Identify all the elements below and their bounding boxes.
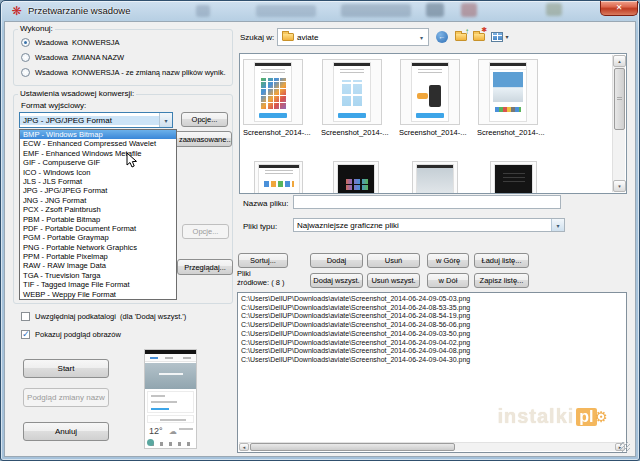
thumbnail[interactable] [490,161,537,194]
load-list-button[interactable]: Ładuj listę... [474,253,529,268]
scroll-up-icon[interactable]: ▴ [613,55,626,67]
file-path[interactable]: C:\Users\DellUP\Downloads\aviate\Screens… [238,321,626,330]
title-bar[interactable]: ❋ Przetwarzanie wsadowe [1,1,639,22]
format-option[interactable]: BMP - Windows Bitmap [20,130,176,139]
add-all-button[interactable]: Dodaj wszyst. [310,273,363,288]
format-option[interactable]: TIF - Tagged Image File Format [20,280,176,289]
thumbnail[interactable] [412,161,458,194]
file-path[interactable]: C:\Users\DellUP\Downloads\aviate\Screens… [238,356,626,365]
desktop-blob [196,5,210,17]
checkbox-label: Uwzględniaj podkatalogi (dla 'Dodaj wszy… [35,312,186,321]
browser-vertical-scrollbar[interactable]: ▴ ▾ [612,55,625,192]
checkbox-label: Pokazuj podgląd obrazów [35,330,121,339]
format-option[interactable]: PDF - Portable Document Format [20,224,176,233]
file-path[interactable]: C:\Users\DellUP\Downloads\aviate\Screens… [238,304,626,313]
source-file-list: C:\Users\DellUP\Downloads\aviate\Screens… [237,292,627,453]
thumbnail[interactable] [322,59,382,125]
radio-label: Wsadowa KONWERSJA [35,38,120,47]
format-option[interactable]: TGA - Truevision Targa [20,271,176,280]
scroll-down-icon[interactable]: ▾ [613,180,626,192]
look-in-label: Szukaj w: [240,33,274,42]
format-option[interactable]: EMF - Enhanced Windows Metafile [20,149,176,158]
format-option[interactable]: GIF - Compuserve GIF [20,158,176,167]
format-option[interactable]: ICO - Windows Icon [20,168,176,177]
thumbnail[interactable] [243,59,303,125]
watermark: instalki pl ⚙ [497,405,608,428]
watermark-text: instalki [497,405,574,428]
format-option[interactable]: PPM - Portable Pixelmap [20,252,176,261]
format-option[interactable]: PGM - Portable Graymap [20,233,176,242]
radio-option[interactable]: Wsadowa ZMIANA NAZW [21,53,124,62]
scroll-left-icon[interactable]: ◂ [239,443,249,451]
image-preview: 12° ☁ [144,349,197,449]
save-list-button[interactable]: Zapisz listę... [474,273,529,288]
thumb-image [416,164,454,194]
format-option[interactable]: PBM - Portable Bitmap [20,215,176,224]
up-one-level-icon[interactable]: ↑ [453,29,469,44]
thumbnail[interactable] [333,161,379,194]
rename-options-button[interactable]: Opcje... [182,224,229,239]
cancel-button[interactable]: Anuluj [23,422,109,441]
start-button[interactable]: Start [23,359,109,378]
format-option[interactable]: WEBP - Weppy File Format [20,290,176,299]
thumbnail[interactable] [400,59,460,125]
radio-icon [21,68,30,77]
folder-icon [282,33,294,41]
format-options-button[interactable]: Opcje... [181,112,228,127]
sort-button[interactable]: Sortuj... [238,253,288,268]
new-folder-icon[interactable]: ✱ [471,29,487,44]
back-icon[interactable]: ← [434,29,450,44]
look-in-combobox[interactable]: aviate ▾ [277,28,429,46]
chevron-down-icon[interactable]: ▾ [159,113,172,127]
file-name-input[interactable] [293,195,561,209]
thumbnail[interactable] [478,59,538,125]
look-in-value: aviate [294,33,415,42]
file-path[interactable]: C:\Users\DellUP\Downloads\aviate\Screens… [238,330,626,339]
remove-all-button[interactable]: Usuń wszyst. [367,273,420,288]
resize-grip[interactable] [620,442,630,452]
radio-label: Wsadowa KONWERSJA - ze zmianą nazw plikó… [35,68,225,77]
checkbox-option[interactable]: Pokazuj podgląd obrazów [21,330,121,339]
thumbnail-label: Screenshot_2014-... [321,128,389,137]
window-title: Przetwarzanie wsadowe [28,5,130,16]
scrollbar-thumb[interactable] [614,68,625,130]
mouse-cursor [126,152,138,169]
add-button[interactable]: Dodaj [310,253,363,268]
file-path[interactable]: C:\Users\DellUP\Downloads\aviate\Screens… [238,295,626,304]
file-path[interactable]: C:\Users\DellUP\Downloads\aviate\Screens… [238,339,626,348]
thumbnail-label: Screenshot_2014-... [243,128,311,137]
format-option[interactable]: RAW - RAW Image Data [20,261,176,270]
checkbox-option[interactable]: Uwzględniaj podkatalogi (dla 'Dodaj wszy… [21,312,186,321]
thumb-image [494,164,533,194]
format-option[interactable]: ECW - Enhanced Compressed Wavelet [20,139,176,148]
thumbnail[interactable] [254,161,303,194]
format-option[interactable]: PCX - Zsoft Paintbrush [20,205,176,214]
output-format-combobox[interactable]: JPG - JPG/JPEG Format ▾ [19,112,173,128]
views-icon[interactable]: ▾ [489,29,511,44]
file-path[interactable]: C:\Users\DellUP\Downloads\aviate\Screens… [238,312,626,321]
browse-output-button[interactable]: Przeglądaj... [177,259,233,275]
close-button[interactable]: ✕ [600,1,638,16]
preview-navbar [145,354,196,362]
chevron-down-icon[interactable]: ▾ [551,219,564,231]
chevron-down-icon[interactable]: ▾ [415,29,428,45]
desktop-blob [426,3,444,17]
rename-preview-button[interactable]: Podgląd zmiany nazw [23,388,109,407]
file-path[interactable]: C:\Users\DellUP\Downloads\aviate\Screens… [238,347,626,356]
filelist-horizontal-scrollbar[interactable]: ◂ ▸ [239,442,625,451]
format-option[interactable]: PNG - Portable Network Graphics [20,243,176,252]
radio-option[interactable]: Wsadowa KONWERSJA - ze zmianą nazw plikó… [21,68,225,77]
remove-button[interactable]: Usuń [367,253,420,268]
radio-option[interactable]: Wsadowa KONWERSJA [21,38,120,47]
scrollbar-thumb[interactable] [250,443,455,451]
format-option[interactable]: JLS - JLS Format [20,177,176,186]
move-up-button[interactable]: w Górę [427,253,469,268]
format-option[interactable]: JNG - JNG Format [20,196,176,205]
dialog-client-area: Wykonuj: Wsadowa KONWERSJA Wsadowa ZMIAN… [4,21,636,457]
file-type-combobox[interactable]: Najwazniejsze graficzne pliki ▾ [293,218,565,232]
move-down-button[interactable]: w Dół [427,273,469,288]
file-list-rows: C:\Users\DellUP\Downloads\aviate\Screens… [238,293,626,365]
format-option[interactable]: JPG - JPG/JPEG Format [20,186,176,195]
preview-logo [147,439,154,446]
preview-card [147,391,194,413]
